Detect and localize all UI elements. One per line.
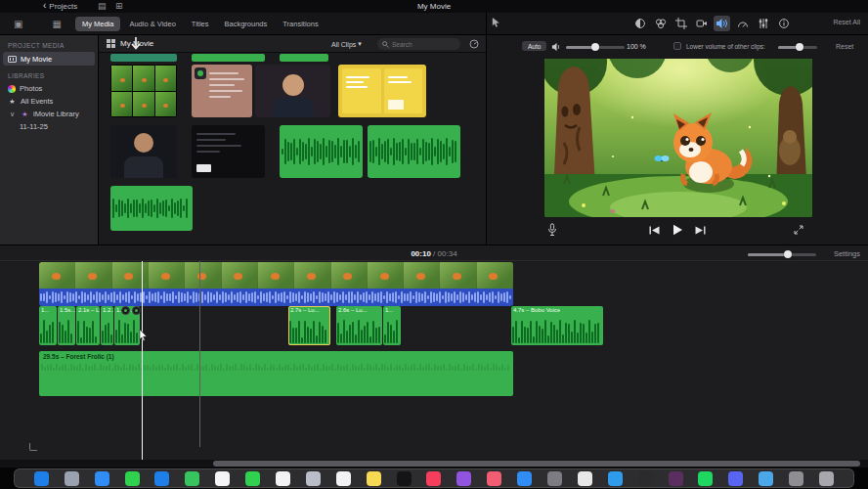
- dock-icon-podcasts[interactable]: [456, 471, 471, 486]
- audio-clip-label: 4.7s – Bobo Voice: [513, 307, 560, 313]
- stabilization-icon[interactable]: [693, 16, 710, 31]
- dock-icon-safari[interactable]: [95, 471, 109, 486]
- appearance-settings-icon[interactable]: [469, 39, 479, 49]
- dock-icon-slack[interactable]: [669, 471, 683, 486]
- color-correction-icon[interactable]: [652, 16, 669, 31]
- search-box[interactable]: [377, 38, 460, 50]
- media-thumbnail-forest-clips[interactable]: [110, 65, 177, 117]
- volume-slider-knob[interactable]: [591, 43, 599, 51]
- clip-filter-dropdown[interactable]: All Clips ▾: [331, 40, 362, 48]
- dock-icon-calendar[interactable]: [276, 471, 290, 486]
- volume-slider[interactable]: [566, 46, 625, 49]
- dock-icon-discord[interactable]: [728, 471, 743, 486]
- clip-info-icon[interactable]: [775, 16, 792, 31]
- media-thumbnail-document[interactable]: [192, 65, 252, 117]
- audio-clip[interactable]: 2.7s – Lu...: [288, 306, 330, 345]
- sidebar-item-imovie-library[interactable]: ∨ ★ iMovie Library: [0, 108, 98, 120]
- dock-icon-contacts[interactable]: [306, 471, 321, 486]
- color-balance-icon[interactable]: [631, 16, 648, 31]
- sidebar-item-all-events[interactable]: ★ All Events: [0, 95, 98, 108]
- dock-icon-music[interactable]: [426, 471, 441, 486]
- reset-button[interactable]: Reset: [836, 43, 853, 50]
- media-thumbnail-presenter[interactable]: [255, 65, 330, 117]
- media-thumbnail-audio[interactable]: [110, 186, 193, 231]
- tab-transitions[interactable]: Transitions: [276, 17, 325, 31]
- media-thumbnail-slides[interactable]: [338, 65, 426, 117]
- dock-icon-messages[interactable]: [125, 471, 140, 486]
- timeline[interactable]: 1...1.5s...2.1s – L...1.2...1.3s...2.7s …: [0, 261, 868, 460]
- skip-forward-button[interactable]: [695, 226, 706, 235]
- audio-effect-badge-icon[interactable]: [132, 306, 141, 315]
- dock-icon-trash[interactable]: [819, 471, 834, 486]
- playhead[interactable]: [142, 261, 143, 460]
- tab-titles[interactable]: Titles: [185, 17, 216, 31]
- media-pane-icon[interactable]: ▣: [14, 19, 22, 29]
- dock-icon-reminders[interactable]: [336, 471, 351, 486]
- tab-audio-video[interactable]: Audio & Video: [122, 17, 182, 31]
- camera-import-icon[interactable]: ▦: [52, 19, 61, 29]
- volume-icon[interactable]: [714, 16, 730, 31]
- audio-clip[interactable]: 4.7s – Bobo Voice: [511, 306, 603, 345]
- audio-effect-badge-icon[interactable]: [121, 306, 130, 315]
- pointer-tool-icon[interactable]: [491, 17, 501, 27]
- sidebar-item-my-movie[interactable]: My Movie: [3, 52, 95, 66]
- sidebar-item-photos[interactable]: Photos: [0, 82, 98, 95]
- dock-icon-terminal[interactable]: [638, 471, 653, 486]
- zoom-slider-knob[interactable]: [784, 250, 792, 258]
- music-clip[interactable]: 29.5s – Forest Frolic (1): [39, 351, 513, 396]
- audio-clip[interactable]: 2.6s – Lu...: [336, 306, 382, 345]
- media-thumbnail-partial[interactable]: [280, 54, 328, 62]
- dock-icon-mail[interactable]: [154, 471, 169, 486]
- media-thumbnail-partial[interactable]: [110, 54, 177, 62]
- dock-icon-news[interactable]: [487, 471, 501, 486]
- play-button[interactable]: [672, 224, 683, 236]
- media-grid: [99, 53, 486, 244]
- fullscreen-icon[interactable]: [794, 225, 803, 235]
- ducking-slider-knob[interactable]: [796, 43, 803, 51]
- media-thumbnail-audio[interactable]: [280, 125, 363, 178]
- audio-clip[interactable]: 2.1s – L...: [76, 306, 100, 345]
- speed-icon[interactable]: [755, 16, 771, 31]
- audio-clip[interactable]: 1...: [39, 306, 57, 345]
- video-clip[interactable]: [39, 262, 513, 306]
- timeline-zoom-slider[interactable]: [748, 253, 816, 256]
- ducking-checkbox[interactable]: [673, 42, 681, 50]
- dock-icon-appstore[interactable]: [517, 471, 532, 486]
- audio-clip[interactable]: 1.2...: [101, 306, 113, 345]
- search-input[interactable]: [392, 41, 451, 48]
- timeline-settings-button[interactable]: Settings: [834, 249, 860, 258]
- tab-backgrounds[interactable]: Backgrounds: [217, 17, 274, 31]
- ducking-slider[interactable]: [778, 46, 817, 49]
- dock-icon-tv[interactable]: [397, 471, 412, 486]
- tab-my-media[interactable]: My Media: [75, 17, 121, 31]
- media-thumbnail-screen-recording[interactable]: [192, 125, 265, 178]
- skip-back-button[interactable]: [649, 226, 660, 235]
- dock-icon-finder[interactable]: [34, 471, 49, 486]
- dock-icon-spotify[interactable]: [698, 471, 713, 486]
- audio-clip-label: 2.1s – L...: [78, 307, 100, 313]
- media-thumbnail-audio[interactable]: [368, 125, 460, 178]
- reset-all-button[interactable]: Reset All: [833, 19, 860, 25]
- dock-icon-settings[interactable]: [547, 471, 562, 486]
- dock-icon-vscode[interactable]: [608, 471, 623, 486]
- dock-icon-maps[interactable]: [185, 471, 199, 486]
- dock-icon-facetime[interactable]: [245, 471, 260, 486]
- dock-icon-chrome[interactable]: [578, 471, 592, 486]
- disclosure-icon[interactable]: ∨: [8, 111, 17, 118]
- dock-icon-launchpad[interactable]: [65, 471, 79, 486]
- media-thumbnail-webcam[interactable]: [110, 125, 177, 178]
- audio-clip[interactable]: 1...: [383, 306, 401, 345]
- dock-icon-notes[interactable]: [367, 471, 381, 486]
- scrollbar-thumb[interactable]: [213, 461, 860, 467]
- sidebar-item-event-date[interactable]: 11-11-25: [0, 120, 98, 133]
- dock-icon-downloads[interactable]: [789, 471, 803, 486]
- dock-icon-photos[interactable]: [215, 471, 230, 486]
- dock-icon-folder[interactable]: [759, 471, 773, 486]
- media-thumbnail-partial[interactable]: [192, 54, 265, 62]
- crop-icon[interactable]: [673, 16, 689, 31]
- noise-reduction-icon[interactable]: [734, 16, 751, 31]
- timeline-scrollbar[interactable]: [0, 460, 868, 467]
- audio-clip[interactable]: 1.5s...: [58, 306, 75, 345]
- grid-view-icon[interactable]: [107, 39, 115, 48]
- auto-button[interactable]: Auto: [522, 41, 546, 51]
